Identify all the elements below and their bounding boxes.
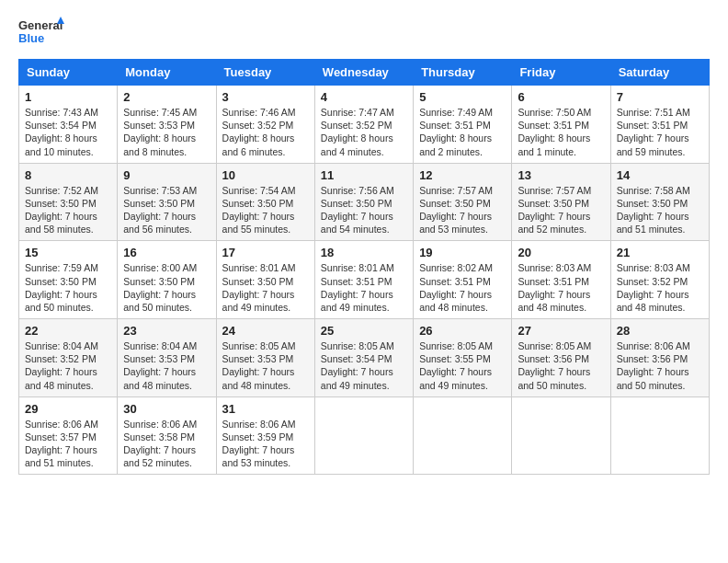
calendar-cell — [610, 396, 709, 475]
cell-info: Sunrise: 8:03 AMSunset: 3:52 PMDaylight:… — [617, 262, 690, 313]
week-row-3: 15 Sunrise: 7:59 AMSunset: 3:50 PMDaylig… — [19, 241, 710, 319]
logo: General Blue — [18, 15, 64, 52]
day-number: 18 — [321, 246, 407, 259]
column-header-monday: Monday — [118, 60, 216, 86]
calendar-cell: 7 Sunrise: 7:51 AMSunset: 3:51 PMDayligh… — [610, 86, 709, 164]
calendar-cell: 1 Sunrise: 7:43 AMSunset: 3:54 PMDayligh… — [19, 86, 118, 164]
svg-text:Blue: Blue — [18, 31, 44, 45]
calendar-cell: 25 Sunrise: 8:05 AMSunset: 3:54 PMDaylig… — [314, 319, 413, 397]
day-number: 11 — [321, 168, 407, 182]
day-number: 7 — [617, 90, 703, 104]
calendar-cell: 17 Sunrise: 8:01 AMSunset: 3:50 PMDaylig… — [216, 241, 314, 319]
calendar-cell: 12 Sunrise: 7:57 AMSunset: 3:50 PMDaylig… — [414, 163, 512, 241]
cell-info: Sunrise: 8:06 AMSunset: 3:58 PMDaylight:… — [123, 419, 197, 469]
day-number: 24 — [222, 324, 309, 338]
column-header-saturday: Saturday — [610, 60, 709, 86]
day-number: 13 — [518, 168, 604, 182]
cell-info: Sunrise: 7:57 AMSunset: 3:50 PMDaylight:… — [518, 185, 591, 236]
cell-info: Sunrise: 8:05 AMSunset: 3:56 PMDaylight:… — [518, 340, 591, 391]
day-number: 26 — [419, 324, 506, 338]
cell-info: Sunrise: 8:06 AMSunset: 3:57 PMDaylight:… — [25, 419, 98, 469]
day-number: 28 — [617, 324, 703, 338]
calendar-cell: 24 Sunrise: 8:05 AMSunset: 3:53 PMDaylig… — [216, 319, 314, 397]
day-number: 23 — [123, 324, 210, 338]
cell-info: Sunrise: 7:57 AMSunset: 3:50 PMDaylight:… — [419, 185, 493, 236]
cell-info: Sunrise: 7:49 AMSunset: 3:51 PMDaylight:… — [419, 107, 493, 157]
calendar-cell — [314, 396, 413, 475]
cell-info: Sunrise: 7:52 AMSunset: 3:50 PMDaylight:… — [25, 185, 98, 236]
calendar-cell: 23 Sunrise: 8:04 AMSunset: 3:53 PMDaylig… — [118, 319, 216, 397]
calendar-cell: 9 Sunrise: 7:53 AMSunset: 3:50 PMDayligh… — [118, 163, 216, 241]
cell-info: Sunrise: 7:50 AMSunset: 3:51 PMDaylight:… — [518, 107, 591, 157]
calendar-cell: 19 Sunrise: 8:02 AMSunset: 3:51 PMDaylig… — [414, 241, 512, 319]
calendar-cell: 2 Sunrise: 7:45 AMSunset: 3:53 PMDayligh… — [118, 86, 216, 164]
day-number: 25 — [321, 324, 407, 338]
calendar-cell: 16 Sunrise: 8:00 AMSunset: 3:50 PMDaylig… — [118, 241, 216, 319]
calendar-cell: 14 Sunrise: 7:58 AMSunset: 3:50 PMDaylig… — [610, 163, 709, 241]
week-row-5: 29 Sunrise: 8:06 AMSunset: 3:57 PMDaylig… — [19, 396, 710, 475]
cell-info: Sunrise: 8:06 AMSunset: 3:59 PMDaylight:… — [222, 419, 296, 469]
column-header-friday: Friday — [512, 60, 610, 86]
calendar-cell: 27 Sunrise: 8:05 AMSunset: 3:56 PMDaylig… — [512, 319, 610, 397]
cell-info: Sunrise: 8:05 AMSunset: 3:53 PMDaylight:… — [222, 340, 296, 391]
cell-info: Sunrise: 7:54 AMSunset: 3:50 PMDaylight:… — [222, 185, 296, 236]
cell-info: Sunrise: 7:43 AMSunset: 3:54 PMDaylight:… — [25, 107, 98, 157]
column-header-wednesday: Wednesday — [314, 60, 413, 86]
day-number: 19 — [419, 246, 506, 259]
day-number: 21 — [617, 246, 703, 259]
cell-info: Sunrise: 7:47 AMSunset: 3:52 PMDaylight:… — [321, 107, 394, 157]
day-number: 8 — [25, 168, 111, 182]
calendar-cell: 29 Sunrise: 8:06 AMSunset: 3:57 PMDaylig… — [19, 396, 118, 475]
calendar-cell — [512, 396, 610, 475]
calendar-cell: 11 Sunrise: 7:56 AMSunset: 3:50 PMDaylig… — [314, 163, 413, 241]
day-number: 12 — [419, 168, 506, 182]
calendar-cell: 21 Sunrise: 8:03 AMSunset: 3:52 PMDaylig… — [610, 241, 709, 319]
day-number: 3 — [222, 90, 309, 104]
cell-info: Sunrise: 8:04 AMSunset: 3:53 PMDaylight:… — [123, 340, 197, 391]
day-number: 14 — [617, 168, 703, 182]
calendar-cell: 15 Sunrise: 7:59 AMSunset: 3:50 PMDaylig… — [19, 241, 118, 319]
cell-info: Sunrise: 8:05 AMSunset: 3:54 PMDaylight:… — [321, 340, 394, 391]
calendar-cell: 31 Sunrise: 8:06 AMSunset: 3:59 PMDaylig… — [216, 396, 314, 475]
calendar-cell: 30 Sunrise: 8:06 AMSunset: 3:58 PMDaylig… — [118, 396, 216, 475]
calendar-cell — [414, 396, 512, 475]
day-number: 10 — [222, 168, 309, 182]
calendar-cell: 22 Sunrise: 8:04 AMSunset: 3:52 PMDaylig… — [19, 319, 118, 397]
calendar-cell: 8 Sunrise: 7:52 AMSunset: 3:50 PMDayligh… — [19, 163, 118, 241]
day-number: 5 — [419, 90, 506, 104]
column-header-sunday: Sunday — [19, 60, 118, 86]
calendar-cell: 28 Sunrise: 8:06 AMSunset: 3:56 PMDaylig… — [610, 319, 709, 397]
cell-info: Sunrise: 7:46 AMSunset: 3:52 PMDaylight:… — [222, 107, 296, 157]
day-number: 20 — [518, 246, 604, 259]
day-number: 22 — [25, 324, 111, 338]
calendar-cell: 3 Sunrise: 7:46 AMSunset: 3:52 PMDayligh… — [216, 86, 314, 164]
calendar-header-row: SundayMondayTuesdayWednesdayThursdayFrid… — [19, 60, 710, 86]
cell-info: Sunrise: 8:05 AMSunset: 3:55 PMDaylight:… — [419, 340, 493, 391]
cell-info: Sunrise: 7:59 AMSunset: 3:50 PMDaylight:… — [25, 262, 98, 313]
day-number: 15 — [25, 246, 111, 259]
cell-info: Sunrise: 8:03 AMSunset: 3:51 PMDaylight:… — [518, 262, 591, 313]
calendar-cell: 10 Sunrise: 7:54 AMSunset: 3:50 PMDaylig… — [216, 163, 314, 241]
calendar-cell: 20 Sunrise: 8:03 AMSunset: 3:51 PMDaylig… — [512, 241, 610, 319]
day-number: 4 — [321, 90, 407, 104]
cell-info: Sunrise: 7:45 AMSunset: 3:53 PMDaylight:… — [123, 107, 197, 157]
day-number: 6 — [518, 90, 604, 104]
calendar-cell: 18 Sunrise: 8:01 AMSunset: 3:51 PMDaylig… — [314, 241, 413, 319]
day-number: 31 — [222, 402, 309, 416]
week-row-4: 22 Sunrise: 8:04 AMSunset: 3:52 PMDaylig… — [19, 319, 710, 397]
day-number: 2 — [123, 90, 210, 104]
day-number: 1 — [25, 90, 111, 104]
header: General Blue — [18, 15, 710, 52]
cell-info: Sunrise: 7:56 AMSunset: 3:50 PMDaylight:… — [321, 185, 394, 236]
day-number: 30 — [123, 402, 210, 416]
day-number: 17 — [222, 246, 309, 259]
cell-info: Sunrise: 7:53 AMSunset: 3:50 PMDaylight:… — [123, 185, 197, 236]
column-header-tuesday: Tuesday — [216, 60, 314, 86]
calendar-cell: 4 Sunrise: 7:47 AMSunset: 3:52 PMDayligh… — [314, 86, 413, 164]
column-header-thursday: Thursday — [414, 60, 512, 86]
svg-text:General: General — [18, 18, 63, 32]
calendar-cell: 6 Sunrise: 7:50 AMSunset: 3:51 PMDayligh… — [512, 86, 610, 164]
cell-info: Sunrise: 8:04 AMSunset: 3:52 PMDaylight:… — [25, 340, 98, 391]
calendar-cell: 5 Sunrise: 7:49 AMSunset: 3:51 PMDayligh… — [414, 86, 512, 164]
week-row-2: 8 Sunrise: 7:52 AMSunset: 3:50 PMDayligh… — [19, 163, 710, 241]
